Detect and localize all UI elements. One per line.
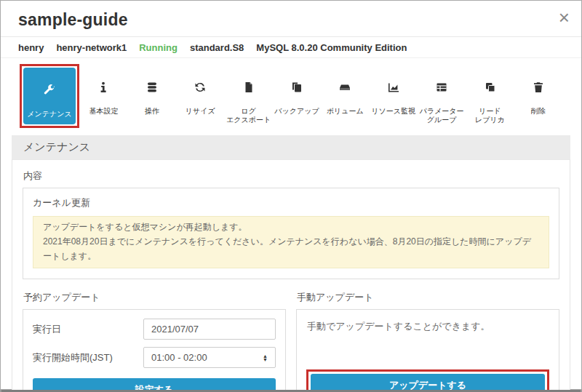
wrench-icon <box>44 76 55 105</box>
tab-log-export[interactable]: ログ エクスポート <box>225 64 273 124</box>
database-icon <box>146 73 158 102</box>
tab-label: 削除 <box>531 107 546 116</box>
instance-engine: MySQL 8.0.20 Community Edition <box>256 42 407 53</box>
reserved-update-box: 実行日 実行開始時間(JST) 01:00 - 02:00 ▲▼ 設定する <box>23 309 286 392</box>
tab-label: バックアップ <box>274 107 319 116</box>
modal-header: sample-guide × <box>1 1 581 37</box>
maintenance-section: メンテナンス 内容 カーネル更新 アップデートをすると仮想マシンが再起動します。… <box>12 135 570 392</box>
refresh-icon <box>194 73 206 102</box>
tab-resize[interactable]: リサイズ <box>176 64 224 116</box>
tab-parameter-group[interactable]: パラメーター グループ <box>418 64 466 124</box>
manual-update-box: 手動でアップデートすることができます。 アップデートする <box>296 309 559 392</box>
tab-backup[interactable]: バックアップ <box>273 64 321 116</box>
content-box: カーネル更新 アップデートをすると仮想マシンが再起動します。 2021年08月2… <box>23 188 559 279</box>
tab-delete[interactable]: 削除 <box>514 64 562 116</box>
instance-plan: standard.S8 <box>190 42 244 53</box>
manual-update-column: 手動アップデート 手動でアップデートすることができます。 アップデートする <box>296 289 559 392</box>
annotation-box-maintenance: メンテナンス <box>20 64 79 128</box>
tab-operation[interactable]: 操作 <box>128 64 176 116</box>
tab-read-replica[interactable]: リード レプリカ <box>466 64 514 124</box>
reserved-update-column: 予約アップデート 実行日 実行開始時間(JST) 01:00 - 02:00 ▲… <box>23 289 286 392</box>
instance-info-bar: henry henry-network1 Running standard.S8… <box>1 37 581 58</box>
instance-network: henry-network1 <box>56 42 127 53</box>
tab-label: メンテナンス <box>27 110 71 119</box>
tab-label: ボリューム <box>327 107 364 116</box>
maintenance-warning-alert: アップデートをすると仮想マシンが再起動します。 2021年08月20日までにメン… <box>33 216 549 268</box>
execution-date-label: 実行日 <box>33 323 143 336</box>
content-label: 内容 <box>23 169 559 183</box>
status-badge: Running <box>139 42 178 53</box>
section-body: 内容 カーネル更新 アップデートをすると仮想マシンが再起動します。 2021年0… <box>12 159 570 392</box>
update-columns: 予約アップデート 実行日 実行開始時間(JST) 01:00 - 02:00 ▲… <box>23 289 559 392</box>
select-stepper-icon: ▲▼ <box>263 354 268 361</box>
execution-date-row: 実行日 <box>33 319 276 340</box>
execution-date-input[interactable] <box>143 319 276 340</box>
tab-label: ログ エクスポート <box>226 107 271 124</box>
info-icon <box>97 73 109 102</box>
copy-icon <box>291 73 303 102</box>
kernel-update-label: カーネル更新 <box>33 196 549 209</box>
tab-label: 操作 <box>145 107 159 116</box>
tab-label: 基本設定 <box>89 107 118 116</box>
tab-label: リード レプリカ <box>475 107 505 124</box>
chart-area-icon <box>388 73 399 102</box>
tab-resource-monitoring[interactable]: リソース監視 <box>370 64 418 116</box>
annotation-box-update-button: アップデートする <box>306 369 549 392</box>
start-time-select[interactable]: 01:00 - 02:00 ▲▼ <box>143 347 276 368</box>
start-time-value: 01:00 - 02:00 <box>151 352 207 363</box>
start-time-row: 実行開始時間(JST) 01:00 - 02:00 ▲▼ <box>33 347 276 368</box>
warning-line-2: 2021年08月20日までにメンテナンスを行ってください。メンテナンスを行わない… <box>43 235 539 264</box>
database-detail-modal: sample-guide × henry henry-network1 Runn… <box>0 0 582 390</box>
tab-volume[interactable]: ボリューム <box>321 64 369 116</box>
tab-maintenance[interactable]: メンテナンス <box>23 68 76 124</box>
start-time-label: 実行開始時間(JST) <box>33 351 143 364</box>
manual-update-title: 手動アップデート <box>297 291 559 304</box>
tab-label: パラメーター グループ <box>420 107 464 124</box>
action-toolbar: メンテナンス 基本設定 操作 リサイズ ログ エクスポート <box>1 58 581 131</box>
clone-icon <box>485 73 496 102</box>
reserved-update-title: 予約アップデート <box>23 291 285 304</box>
section-title: メンテナンス <box>12 135 570 159</box>
page-title: sample-guide <box>18 10 564 30</box>
trash-icon <box>533 73 544 102</box>
tab-label: リサイズ <box>186 107 215 116</box>
warning-line-1: アップデートをすると仮想マシンが再起動します。 <box>43 220 539 235</box>
tab-basic-settings[interactable]: 基本設定 <box>79 64 127 116</box>
table-icon <box>436 73 447 102</box>
tab-label: リソース監視 <box>371 107 415 116</box>
drive-icon <box>339 73 351 102</box>
close-icon[interactable]: × <box>559 8 570 27</box>
instance-user: henry <box>18 42 44 53</box>
file-export-icon <box>243 73 255 102</box>
manual-update-description: 手動でアップデートすることができます。 <box>307 320 549 333</box>
